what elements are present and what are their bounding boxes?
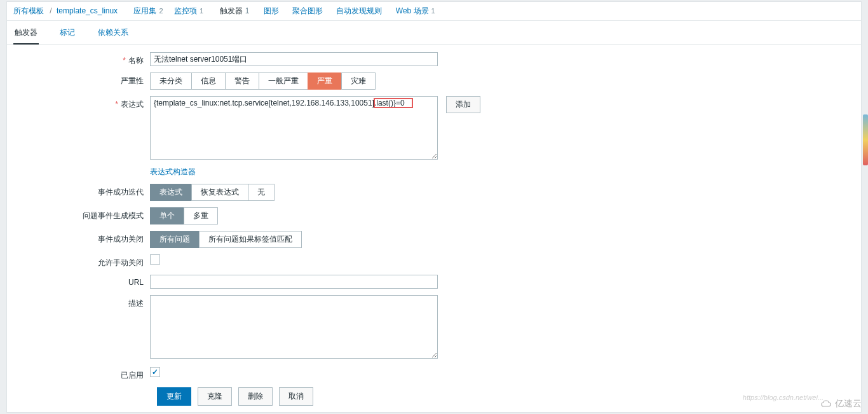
nav-items[interactable]: 监控项 [174,6,197,15]
ok-event-recovery[interactable]: 恢复表达式 [191,184,248,201]
nav-triggers-active[interactable]: 触发器 1 [214,3,255,19]
ok-close-tag[interactable]: 所有问题如果标签值匹配 [199,231,302,248]
triggers-count: 1 [245,6,250,15]
breadcrumb-separator: / [50,6,51,15]
description-textarea[interactable] [150,295,438,359]
tab-tags[interactable]: 标记 [58,24,76,43]
items-count: 1 [200,7,203,15]
manual-close-label: 允许手动关闭 [13,254,150,268]
web-count: 1 [431,7,435,15]
enabled-label: 已启用 [13,367,150,381]
form-tabs: 触发器 标记 依赖关系 [7,21,861,45]
nav-web[interactable]: Web 场景 [396,6,429,15]
severity-average[interactable]: 一般严重 [259,72,308,90]
ok-close-all[interactable]: 所有问题 [150,231,200,248]
nav-screens[interactable]: 聚合图形 [292,6,323,15]
clone-button[interactable]: 克隆 [198,387,232,406]
delete-button[interactable]: 删除 [238,387,273,406]
url-input[interactable] [150,275,438,289]
ok-event-none[interactable]: 无 [248,184,275,201]
trigger-form: 名称 严重性 未分类 信息 警告 一般严重 严重 灾难 表达式 [7,45,861,412]
apps-count: 2 [159,7,163,15]
ok-event-gen-label: 事件成功迭代 [13,184,150,198]
url-label: URL [13,275,150,287]
tab-trigger[interactable]: 触发器 [13,24,39,45]
update-button[interactable]: 更新 [157,387,191,406]
expression-label: 表达式 [13,96,150,110]
severity-label: 严重性 [13,72,150,86]
nav-graphs[interactable]: 图形 [264,6,279,15]
severity-info[interactable]: 信息 [191,72,226,90]
logo-watermark: 亿速云 [820,397,862,410]
watermark-text: https://blog.csdn.net/wei... [743,394,824,401]
tab-dependencies[interactable]: 依赖关系 [97,24,130,43]
problem-gen-single[interactable]: 单个 [150,207,184,224]
severity-warning[interactable]: 警告 [225,72,259,90]
breadcrumb-all-templates[interactable]: 所有模板 [13,6,44,15]
expression-add-button[interactable]: 添加 [446,96,480,113]
nav-apps[interactable]: 应用集 [133,6,156,15]
expression-builder-link[interactable]: 表达式构造器 [150,167,196,176]
description-label: 描述 [13,295,150,309]
side-gradient-decoration [863,114,868,165]
ok-event-expression[interactable]: 表达式 [150,184,192,201]
problem-gen-label: 问题事件生成模式 [13,207,150,221]
severity-disaster[interactable]: 灾难 [341,72,376,90]
breadcrumb-template[interactable]: template_cs_linux [57,6,118,15]
manual-close-checkbox[interactable] [150,254,160,265]
problem-gen-multiple[interactable]: 多重 [184,207,218,224]
breadcrumb: 所有模板 / template_cs_linux 应用集2 监控项1 触发器 1… [7,2,861,21]
severity-unclassified[interactable]: 未分类 [150,72,192,90]
cloud-icon [820,397,832,410]
name-label: 名称 [13,52,150,66]
name-input[interactable] [150,52,438,66]
cancel-button[interactable]: 取消 [279,387,313,406]
enabled-checkbox[interactable] [150,367,160,377]
nav-discovery[interactable]: 自动发现规则 [336,6,382,15]
expression-textarea[interactable] [150,96,438,160]
ok-close-label: 事件成功关闭 [13,231,150,245]
severity-high[interactable]: 严重 [308,72,342,90]
